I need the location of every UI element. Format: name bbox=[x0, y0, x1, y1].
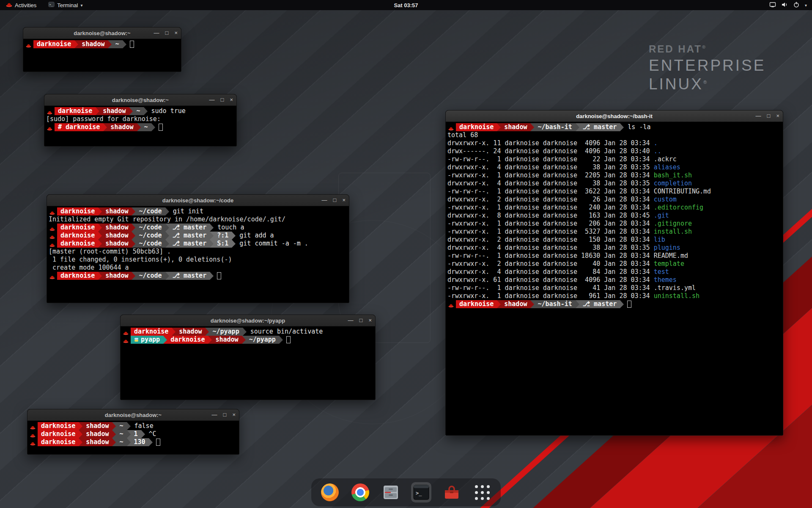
powerline-arrow-icon bbox=[127, 430, 131, 438]
terminal-window-focused[interactable]: darknoise@shadow:~/bash-it —□× darknoise… bbox=[445, 110, 783, 436]
minimize-button[interactable]: — bbox=[322, 195, 327, 206]
powerline-arrow-icon bbox=[243, 328, 247, 336]
terminal-window[interactable]: darknoise@shadow:~ —□× darknoiseshadow~ … bbox=[44, 94, 237, 146]
redhat-prompt-icon bbox=[49, 272, 56, 280]
powerline-arrow-icon bbox=[132, 272, 135, 280]
power-icon[interactable] bbox=[793, 1, 800, 9]
powerline-arrow-icon bbox=[242, 336, 246, 344]
minimize-button[interactable]: — bbox=[154, 28, 159, 39]
maximize-button[interactable]: □ bbox=[333, 195, 337, 206]
file-name: lib bbox=[654, 236, 665, 243]
powerline-arrow-icon bbox=[98, 272, 102, 280]
prompt-segment-path: ~/code bbox=[135, 207, 165, 215]
redhat-prompt-icon bbox=[49, 240, 56, 248]
command-text: git add a bbox=[236, 232, 274, 239]
terminal-prompt-line: # darknoiseshadow~ bbox=[46, 123, 236, 131]
powerline-arrow-icon bbox=[497, 300, 501, 308]
minimize-button[interactable]: — bbox=[209, 94, 215, 105]
svg-text:>_: >_ bbox=[49, 3, 53, 6]
terminal-output-line: -rwxrwxr-x. 1 darknoise darknoise 961 Ja… bbox=[447, 292, 782, 300]
terminal-cursor bbox=[217, 272, 221, 279]
file-name: aliases bbox=[654, 163, 680, 171]
prompt-segment-user: # darknoise bbox=[55, 123, 103, 131]
terminal-content[interactable]: darknoiseshadow~ sudo true[sudo] passwor… bbox=[44, 106, 236, 146]
terminal-content[interactable]: darknoiseshadow~ bbox=[23, 39, 181, 72]
window-titlebar[interactable]: darknoise@shadow:~/bash-it —□× bbox=[446, 110, 783, 122]
terminal-cursor bbox=[130, 41, 134, 48]
close-button[interactable]: × bbox=[230, 94, 233, 105]
terminal-prompt-line: darknoiseshadow~ sudo true bbox=[46, 107, 236, 115]
close-button[interactable]: × bbox=[342, 195, 346, 206]
files-icon[interactable] bbox=[381, 482, 401, 502]
terminal-content[interactable]: darknoiseshadow~/pyapp source bin/activa… bbox=[121, 326, 375, 400]
powerline-arrow-icon bbox=[103, 123, 107, 131]
maximize-button[interactable]: □ bbox=[359, 315, 363, 326]
close-button[interactable]: × bbox=[232, 409, 236, 420]
window-titlebar[interactable]: darknoise@shadow:~ —□× bbox=[23, 28, 181, 39]
dock: >_ bbox=[311, 478, 501, 506]
toolbox-icon[interactable] bbox=[442, 482, 462, 502]
minimize-button[interactable]: — bbox=[348, 315, 354, 326]
terminal-window[interactable]: darknoise@shadow:~ —□× darknoiseshadow~ bbox=[23, 27, 181, 72]
app-menu-terminal[interactable]: >_ Terminal ▾ bbox=[47, 0, 84, 10]
terminal-window[interactable]: darknoise@shadow:~/code —□× darknoisesha… bbox=[47, 194, 349, 303]
close-button[interactable]: × bbox=[174, 28, 178, 39]
window-titlebar[interactable]: darknoise@shadow:~/code —□× bbox=[47, 195, 349, 206]
maximize-button[interactable]: □ bbox=[223, 409, 227, 420]
terminal-icon[interactable]: >_ bbox=[411, 482, 431, 502]
powerline-arrow-icon bbox=[205, 328, 209, 336]
powerline-arrow-icon bbox=[129, 107, 133, 115]
file-name: completion bbox=[654, 179, 692, 187]
command-text: ls -la bbox=[624, 123, 650, 131]
terminal-output-line: drwx------. 24 darknoise darknoise 4096 … bbox=[447, 147, 782, 155]
powerline-arrow-icon bbox=[620, 123, 624, 131]
chevron-down-icon[interactable]: ▾ bbox=[805, 3, 807, 8]
prompt-segment-user: darknoise bbox=[57, 224, 98, 232]
terminal-prompt-line: darknoiseshadow~/bash-it⎇ master bbox=[447, 300, 782, 308]
app-grid-icon[interactable] bbox=[472, 482, 492, 502]
prompt-segment-host: shadow bbox=[212, 336, 241, 344]
maximize-button[interactable]: □ bbox=[165, 28, 169, 39]
terminal-output-line: drwxrwxr-x. 4 darknoise darknoise 38 Jan… bbox=[447, 179, 782, 188]
clock[interactable]: Sat 03:57 bbox=[394, 2, 418, 8]
terminal-window[interactable]: darknoise@shadow:~ —□× darknoiseshadow~ … bbox=[27, 409, 239, 455]
terminal-content[interactable]: darknoiseshadow~ falsedarknoiseshadow~1 … bbox=[27, 421, 239, 454]
brand-redhat: RED HAT bbox=[649, 43, 702, 55]
prompt-segment-path: ~ bbox=[133, 107, 143, 115]
prompt-segment-user: darknoise bbox=[456, 300, 497, 308]
window-titlebar[interactable]: darknoise@shadow:~ —□× bbox=[27, 409, 239, 421]
powerline-arrow-icon bbox=[144, 107, 148, 115]
powerline-arrow-icon bbox=[112, 430, 116, 438]
powerline-arrow-icon bbox=[149, 438, 153, 446]
maximize-button[interactable]: □ bbox=[767, 110, 771, 121]
display-icon[interactable] bbox=[769, 1, 776, 9]
prompt-segment-user: darknoise bbox=[131, 328, 172, 336]
minimize-button[interactable]: — bbox=[212, 409, 217, 420]
window-titlebar[interactable]: darknoise@shadow:~ —□× bbox=[44, 94, 236, 106]
terminal-content[interactable]: darknoiseshadow~/bash-it⎇ master ls -lat… bbox=[446, 122, 783, 435]
powerline-arrow-icon bbox=[620, 300, 624, 308]
prompt-segment-path: ~/code bbox=[135, 232, 165, 240]
command-text: git init bbox=[169, 207, 203, 215]
terminal-window[interactable]: darknoise@shadow:~/pyapp —□× darknoisesh… bbox=[120, 315, 376, 400]
prompt-segment-git: ⎇ master bbox=[169, 272, 210, 280]
brand-linux: LINUX bbox=[649, 75, 703, 93]
window-titlebar[interactable]: darknoise@shadow:~/pyapp —□× bbox=[121, 315, 375, 326]
terminal-output-line: drwxrwxr-x. 4 darknoise darknoise 84 Jan… bbox=[447, 268, 782, 276]
prompt-segment-git: ⎇ master bbox=[579, 300, 620, 308]
chrome-icon[interactable] bbox=[350, 482, 370, 502]
close-button[interactable]: × bbox=[368, 315, 372, 326]
maximize-button[interactable]: □ bbox=[221, 94, 224, 105]
firefox-icon[interactable] bbox=[320, 482, 340, 502]
top-bar: Activities >_ Terminal ▾ Sat 03:57 ▾ bbox=[0, 0, 812, 10]
powerline-arrow-icon bbox=[163, 336, 167, 344]
registered-mark: ® bbox=[702, 44, 707, 50]
minimize-button[interactable]: — bbox=[756, 110, 761, 121]
close-button[interactable]: × bbox=[776, 110, 779, 121]
volume-icon[interactable] bbox=[781, 1, 788, 9]
powerline-arrow-icon bbox=[141, 430, 145, 438]
file-name: .ackrc bbox=[654, 155, 677, 163]
activities-button[interactable]: Activities bbox=[4, 0, 38, 10]
terminal-content[interactable]: darknoiseshadow~/code git initInitialize… bbox=[47, 206, 349, 303]
window-title: darknoise@shadow:~ bbox=[105, 412, 162, 418]
